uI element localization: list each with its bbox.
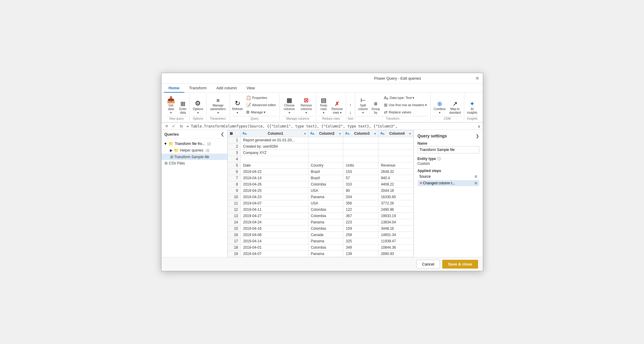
cell-row4-col3[interactable] <box>343 156 379 162</box>
cell-row10-col3[interactable]: 204 <box>343 194 379 200</box>
cell-row3-col2[interactable] <box>308 150 343 156</box>
cell-row14-col1[interactable]: 2019-04-24 <box>241 219 308 226</box>
cell-row12-col2[interactable]: Colombia <box>308 207 343 213</box>
cell-row1-col1[interactable]: Report generated on 01-01-20... <box>241 137 308 143</box>
formula-confirm-button[interactable]: ✓ <box>171 123 176 129</box>
cell-row13-col4[interactable]: 19933.19 <box>378 213 413 219</box>
queries-toggle-button[interactable]: ❮ <box>221 132 224 137</box>
refresh-button[interactable]: ↻ Refresh▾ <box>232 99 243 115</box>
col-filter-2[interactable]: ▾ <box>339 132 341 135</box>
cell-row18-col3[interactable]: 349 <box>343 244 379 251</box>
cell-row14-col2[interactable]: Panama <box>308 219 343 226</box>
cell-row11-col2[interactable]: USA <box>308 200 343 207</box>
cell-row4-col2[interactable] <box>308 156 343 162</box>
cell-row18-col1[interactable]: 2019-04-01 <box>241 244 308 251</box>
manage-button[interactable]: ⚙ Manage ▾ <box>244 109 278 115</box>
cell-row11-col1[interactable]: 2019-04-07 <box>241 200 308 207</box>
cell-row13-col3[interactable]: 367 <box>343 213 379 219</box>
remove-rows-button[interactable]: ✗ Removerows ▾ <box>330 100 344 115</box>
step-changed-gear-button[interactable]: ⚙ <box>474 181 477 185</box>
combine-button[interactable]: ⊕ Combine▾ <box>432 100 447 115</box>
use-first-row-button[interactable]: ⊞ Use first row as headers ▾ <box>382 102 429 108</box>
cell-row9-col2[interactable]: USA <box>308 188 343 194</box>
cell-row16-col4[interactable]: 14601.34 <box>378 232 413 238</box>
step-item-changed-column[interactable]: ✕ Changed column t... ⚙ <box>418 180 479 186</box>
cell-row7-col2[interactable]: Brazil <box>308 175 343 181</box>
col-filter-3[interactable]: ▾ <box>374 132 376 135</box>
cell-row1-col3[interactable] <box>343 137 379 143</box>
cell-row3-col4[interactable] <box>378 150 413 156</box>
cell-row6-col2[interactable]: Brazil <box>308 169 343 175</box>
cell-row15-col1[interactable]: 2019-04-16 <box>241 226 308 232</box>
replace-values-button[interactable]: ⇄ Replace values <box>382 109 429 115</box>
query-item-transform-sample[interactable]: ⊞ Transform Sample file <box>161 154 227 160</box>
cell-row19-col1[interactable]: 2019-04-07 <box>241 251 308 257</box>
cell-row3-col1[interactable]: Company XYZ <box>241 150 308 156</box>
tab-view[interactable]: View <box>242 84 260 93</box>
cell-row10-col4[interactable]: 16330.85 <box>378 194 413 200</box>
cell-row10-col1[interactable]: 2019-04-23 <box>241 194 308 200</box>
cell-row12-col4[interactable]: 2490.96 <box>378 207 413 213</box>
cell-row19-col4[interactable]: 2890.93 <box>378 251 413 257</box>
options-button[interactable]: ⚙ Options▾ <box>192 99 204 115</box>
remove-columns-button[interactable]: ⊠ Removecolumns ▾ <box>298 96 314 115</box>
cell-row5-col4[interactable]: Revenue <box>378 162 413 169</box>
cell-row6-col3[interactable]: 153 <box>343 169 379 175</box>
cell-row14-col3[interactable]: 223 <box>343 219 379 226</box>
cell-row19-col2[interactable]: Panama <box>308 251 343 257</box>
formula-expand-button[interactable]: ∨ <box>477 124 480 129</box>
manage-parameters-button[interactable]: ≡ Manageparameters ▾ <box>208 97 228 115</box>
col-filter-4[interactable]: ▾ <box>409 132 411 135</box>
cell-row11-col3[interactable]: 356 <box>343 200 379 207</box>
cell-row19-col3[interactable]: 139 <box>343 251 379 257</box>
cell-row2-col1[interactable]: Created by: user9284 <box>241 143 308 150</box>
cell-row9-col4[interactable]: 2044.18 <box>378 188 413 194</box>
cell-row4-col1[interactable] <box>241 156 308 162</box>
map-to-standard-button[interactable]: ↗ Map tostandard <box>448 100 462 115</box>
query-group-transform-header[interactable]: ▼ 📁 Transform file fro... [2] <box>161 140 227 147</box>
advanced-editor-button[interactable]: 📝 Advanced editor <box>244 102 278 108</box>
cell-row17-col2[interactable]: Panama <box>308 238 343 244</box>
cell-row12-col1[interactable]: 2019-04-11 <box>241 207 308 213</box>
cell-row4-col4[interactable] <box>378 156 413 162</box>
cell-row9-col3[interactable]: 90 <box>343 188 379 194</box>
cell-row2-col3[interactable] <box>343 143 379 150</box>
cell-row6-col4[interactable]: 2649.32 <box>378 169 413 175</box>
cell-row8-col1[interactable]: 2019-04-26 <box>241 181 308 188</box>
cell-row16-col2[interactable]: Canada <box>308 232 343 238</box>
cell-row11-col4[interactable]: 3772.26 <box>378 200 413 207</box>
sort-desc-button[interactable]: ↓ <box>348 109 353 115</box>
cell-row7-col4[interactable]: 940.4 <box>378 175 413 181</box>
cell-row18-col4[interactable]: 10844.36 <box>378 244 413 251</box>
cell-row8-col4[interactable]: 4408.22 <box>378 181 413 188</box>
cell-row1-col2[interactable] <box>308 137 343 143</box>
split-column-button[interactable]: ⊢ Splitcolumn ▾ <box>357 96 369 115</box>
query-item-helper-queries[interactable]: ▶ 📁 Helper queries [3] <box>161 147 227 154</box>
step-item-source[interactable]: Source ⚙ <box>418 174 479 180</box>
properties-button[interactable]: 📋 Properties <box>244 94 278 101</box>
step-source-gear-button[interactable]: ⚙ <box>474 175 477 179</box>
cell-row5-col1[interactable]: Date <box>241 162 308 169</box>
cell-row14-col4[interactable]: 13834.04 <box>378 219 413 226</box>
info-icon[interactable]: ⓘ <box>437 156 441 161</box>
cell-row15-col2[interactable]: Colombia <box>308 226 343 232</box>
cell-row1-col4[interactable] <box>378 137 413 143</box>
cell-row5-col3[interactable]: Units <box>343 162 379 169</box>
cell-row16-col1[interactable]: 2019-04-08 <box>241 232 308 238</box>
cell-row8-col2[interactable]: Colombia <box>308 181 343 188</box>
cell-row12-col3[interactable]: 122 <box>343 207 379 213</box>
cell-row17-col4[interactable]: 11939.47 <box>378 238 413 244</box>
col-filter-1[interactable]: ▾ <box>304 132 306 135</box>
settings-name-input[interactable] <box>418 146 479 153</box>
cell-row18-col2[interactable]: Colombia <box>308 244 343 251</box>
cell-row5-col2[interactable]: Country <box>308 162 343 169</box>
save-close-button[interactable]: Save & close <box>442 260 478 269</box>
cell-row7-col1[interactable]: 2019-04-14 <box>241 175 308 181</box>
cell-row15-col4[interactable]: 3448.16 <box>378 226 413 232</box>
sort-asc-button[interactable]: ↑ <box>348 102 353 108</box>
cell-row16-col3[interactable]: 258 <box>343 232 379 238</box>
cell-row13-col1[interactable]: 2019-04-27 <box>241 213 308 219</box>
enter-data-button[interactable]: ⊞ Enterdata <box>178 100 189 115</box>
cell-row6-col1[interactable]: 2019-04-22 <box>241 169 308 175</box>
choose-columns-button[interactable]: ▦ Choosecolumns ▾ <box>281 96 297 115</box>
